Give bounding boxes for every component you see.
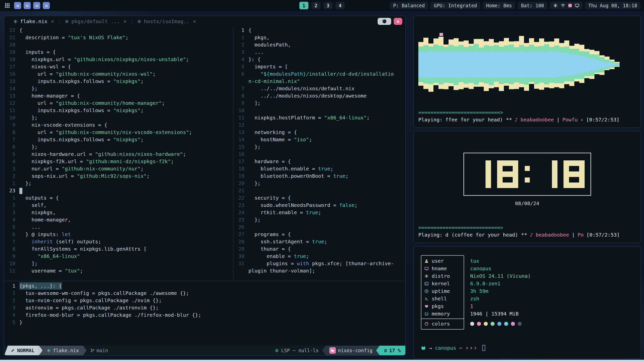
palette-icon — [424, 322, 429, 326]
viz-bar-mid — [559, 47, 564, 53]
mode-indicator: NORMAL — [4, 346, 39, 355]
viz-bar-core — [484, 52, 489, 77]
code-text: tux-nvim-config = pkgs.callPackage ./nvi… — [19, 297, 162, 304]
viz-bar-mid — [599, 57, 605, 61]
viz-bar-tip — [610, 68, 615, 69]
tag-badge[interactable] — [33, 2, 40, 9]
display-icon[interactable] — [575, 3, 579, 8]
viz-bar-tip — [519, 84, 524, 87]
editor-line: 6 }; — [4, 143, 233, 151]
code-text: inputs.nixpkgs.follows = "nixpkgs"; — [19, 78, 144, 85]
nix-icon[interactable] — [553, 3, 558, 8]
pane-iso-image[interactable]: 1{1 pkgs,2 modulesPath,3 ...4}: {5 impor… — [233, 27, 405, 281]
status-pill[interactable]: Home: 8ms — [483, 2, 515, 9]
viz-bar-mid — [449, 77, 454, 83]
tab-close-icon[interactable]: × — [124, 18, 127, 24]
fetch-label-box: userhnamedistrokerneluptimeshellpkgsmemo… — [421, 255, 464, 330]
line-number: 6 — [4, 143, 19, 151]
fetch-values: tuxcanopusNixOS 24.11 (Vicuna)6.9.8-zen1… — [464, 257, 531, 330]
clock-pill[interactable]: Thu Aug 08, 18:18 — [585, 2, 640, 9]
viz-bar-core — [589, 58, 594, 71]
viz-bar-mid — [489, 46, 494, 52]
code-text: inputs.nixpkgs.follows = "nixpkgs"; — [19, 136, 144, 143]
line-number: 24 — [233, 209, 249, 216]
editor-line: 10 }; — [4, 114, 233, 121]
pane-pkgs-default[interactable]: 1{pkgs, ...}: {1 tux-awesome-wm-config =… — [4, 281, 405, 346]
tag-badge[interactable] — [43, 2, 50, 9]
shell-prompt[interactable]: → canopus ~ ››› — [421, 344, 636, 352]
viz-bar-tip — [433, 83, 438, 85]
now-playing-line: Playing:ffee for your head) **♪beabadoob… — [418, 116, 636, 123]
fetch-label: kernel — [432, 281, 450, 287]
line-number: 1 — [4, 180, 19, 187]
viz-bar-mid — [529, 77, 534, 82]
editor-line: 17 hardware = { — [233, 158, 405, 165]
viz-bar-core — [504, 52, 509, 78]
ontop-toggle-button[interactable] — [378, 18, 391, 25]
viz-bar-tip — [464, 84, 469, 88]
code-text: username = "tux"; — [19, 267, 83, 275]
editor-line: 4 firefox-mod-blur = pkgs.callPackage ./… — [4, 311, 405, 319]
editor-line: 4 nixpkgs-f2k.url = "github:moni-dz/nixp… — [4, 158, 233, 165]
window-close-button[interactable]: × — [394, 18, 402, 25]
line-number: 3 — [233, 49, 249, 56]
viz-bar-mid — [454, 77, 459, 85]
status-pill[interactable]: P: Balanced — [390, 2, 428, 9]
tray-icons-pill[interactable] — [550, 2, 583, 9]
workspace-button-3[interactable]: 3 — [324, 2, 333, 9]
clock-icon — [424, 289, 429, 293]
viz-bar-tip — [574, 79, 579, 81]
code-text: } @ inputs: let — [19, 231, 71, 238]
workspace-button-1[interactable]: 1 — [299, 2, 308, 9]
code-text: nixpkgs.hostPlatform = "x86_64-linux"; — [249, 114, 370, 121]
viz-bar-mid — [594, 70, 599, 73]
prompt-chevrons: ››› — [465, 344, 477, 351]
viz-bar-core — [569, 54, 574, 75]
viz-bar-mid — [428, 47, 433, 52]
editor-line: 7 inherit (self) outputs; — [4, 238, 233, 245]
line-number: 8 — [4, 245, 19, 253]
viz-bar-mid — [579, 51, 584, 56]
tab-close-icon[interactable]: × — [51, 18, 54, 24]
fetch-row-colors: colors — [421, 320, 464, 328]
line-number: 5 — [4, 319, 19, 326]
viz-bar-mid — [474, 44, 479, 52]
code-text: n-cd-minimal.nix" — [249, 78, 300, 85]
tab-hosts-isoImag-[interactable]: hosts/isoImag..× — [132, 16, 201, 27]
tab-close-icon[interactable]: × — [193, 18, 196, 24]
accent-dot-icon[interactable] — [568, 4, 572, 7]
viz-bar-tip — [479, 82, 484, 87]
tab-pkgs-default-[interactable]: pkgs/default ...× — [60, 16, 132, 27]
tag-badge[interactable] — [14, 2, 21, 9]
code-text: imports = [ — [249, 63, 288, 70]
status-pill[interactable]: GPU: Integrated — [430, 2, 480, 9]
clock-date: 08/08/24 — [418, 200, 636, 206]
viz-bar-tip — [438, 37, 444, 46]
editor-line: 3 astronvim = pkgs.callPackage ./astronv… — [4, 304, 405, 311]
lsp-label: LSP ~ null-ls — [281, 348, 319, 353]
tab-flake-nix[interactable]: flake.nix× — [8, 16, 59, 27]
status-pill[interactable]: Bat: 100 — [518, 2, 547, 9]
viz-bar-mid — [605, 60, 610, 62]
fetch-value: zsh — [464, 295, 531, 302]
code-text: sops-nix.url = "github:Mic92/sops-nix"; — [19, 172, 150, 180]
workspace-button-4[interactable]: 4 — [336, 2, 345, 9]
viz-bar-tip — [474, 85, 479, 87]
viz-bar-mid — [479, 77, 484, 82]
app-launcher-icon[interactable] — [4, 2, 11, 9]
pipe-separator: | — [572, 231, 575, 239]
editor-line: 22{ — [4, 27, 233, 34]
line-number: 1 — [4, 290, 19, 297]
viz-bar-core — [564, 53, 569, 76]
viz-bar-mid — [489, 78, 494, 85]
prompt-arrow: → — [429, 345, 432, 351]
workspace-button-2[interactable]: 2 — [311, 2, 320, 9]
code-text: ssh.startAgent = true; — [249, 238, 327, 245]
wifi-icon[interactable] — [561, 3, 565, 8]
pane-flake-nix[interactable]: 22{21 description = "tux's NixOS Flake";… — [4, 27, 233, 281]
viz-bar-tip — [605, 57, 610, 60]
viz-bar-core — [509, 52, 514, 77]
titlebar-buttons: × — [378, 18, 402, 25]
editor-line: 9 "x86_64-linux" — [4, 253, 233, 260]
tag-badge[interactable] — [24, 2, 31, 9]
